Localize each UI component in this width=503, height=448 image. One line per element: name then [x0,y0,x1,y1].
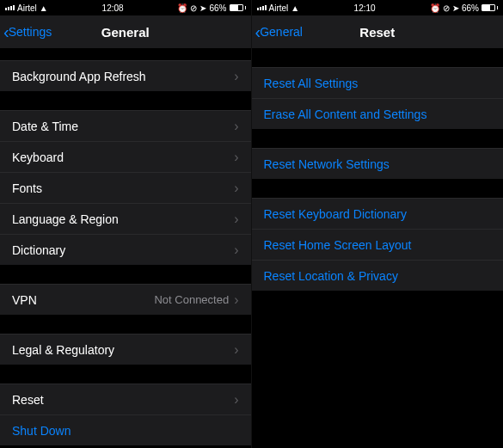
row-background-app-refresh[interactable]: Background App Refresh › [0,60,251,91]
row-reset-all-settings[interactable]: Reset All Settings [252,67,504,98]
signal-icon [5,5,15,10]
screen-general: Airtel ▲ 12:08 ⏰ ⊘ ➤ 66% ‹ Settings Gene… [0,0,252,448]
row-shut-down[interactable]: Shut Down [0,414,251,445]
rotation-lock-icon: ⊘ [443,3,450,13]
status-time: 12:08 [102,3,124,13]
chevron-right-icon: › [234,242,238,258]
status-bar: Airtel ▲ 12:08 ⏰ ⊘ ➤ 66% [0,0,251,15]
row-label: Background App Refresh [12,70,234,83]
battery-icon [230,4,246,11]
row-label: Shut Down [12,424,239,438]
row-label: Language & Region [12,212,234,226]
row-label: Reset Keyboard Dictionary [264,207,492,221]
nav-bar: ‹ General Reset [252,15,504,48]
row-label: Legal & Regulatory [12,343,234,357]
chevron-right-icon: › [234,342,238,358]
row-language-region[interactable]: Language & Region › [0,203,251,234]
row-label: Date & Time [12,120,234,133]
signal-icon [257,5,267,10]
chevron-right-icon: › [234,119,238,134]
chevron-right-icon: › [234,69,238,84]
row-label: Erase All Content and Settings [264,107,492,121]
settings-list: Background App Refresh › Date & Time › K… [0,48,251,448]
back-button[interactable]: ‹ Settings [0,23,52,40]
alarm-icon: ⏰ [177,3,187,13]
back-button[interactable]: ‹ General [252,23,303,40]
rotation-lock-icon: ⊘ [190,3,197,13]
back-label: General [260,25,303,39]
reset-list: Reset All Settings Erase All Content and… [252,48,504,448]
row-label: Keyboard [12,150,234,164]
battery-text: 66% [462,3,479,13]
row-label: Dictionary [12,243,234,257]
chevron-right-icon: › [234,392,238,408]
back-label: Settings [9,25,52,39]
carrier-label: Airtel [269,3,289,13]
row-reset-keyboard-dictionary[interactable]: Reset Keyboard Dictionary [252,198,504,229]
carrier-label: Airtel [17,3,37,13]
row-reset[interactable]: Reset › [0,384,251,414]
row-keyboard[interactable]: Keyboard › [0,141,251,172]
row-date-time[interactable]: Date & Time › [0,110,251,141]
battery-icon [482,4,498,11]
chevron-right-icon: › [234,292,238,308]
location-icon: ➤ [452,3,459,13]
row-legal-regulatory[interactable]: Legal & Regulatory › [0,334,251,365]
row-dictionary[interactable]: Dictionary › [0,234,251,265]
row-label: Reset Network Settings [264,157,492,171]
chevron-right-icon: › [234,212,238,227]
row-value: Not Connected [154,293,229,306]
row-reset-home-screen[interactable]: Reset Home Screen Layout [252,229,504,260]
row-label: Reset All Settings [264,77,492,90]
row-fonts[interactable]: Fonts › [0,172,251,203]
status-bar: Airtel ▲ 12:10 ⏰ ⊘ ➤ 66% [252,0,504,15]
row-label: Reset Location & Privacy [264,269,492,283]
row-label: Fonts [12,181,234,195]
row-label: Reset Home Screen Layout [264,238,492,252]
row-reset-network-settings[interactable]: Reset Network Settings [252,148,504,179]
row-label: VPN [12,293,154,307]
screen-reset: Airtel ▲ 12:10 ⏰ ⊘ ➤ 66% ‹ General Reset… [252,0,504,448]
chevron-right-icon: › [234,181,238,196]
row-reset-location-privacy[interactable]: Reset Location & Privacy [252,260,504,291]
alarm-icon: ⏰ [430,3,440,13]
row-label: Reset [12,393,234,407]
battery-text: 66% [209,3,226,13]
status-time: 12:10 [354,3,376,13]
nav-bar: ‹ Settings General [0,15,251,48]
location-icon: ➤ [199,3,206,13]
wifi-icon: ▲ [291,3,299,13]
chevron-right-icon: › [234,150,238,165]
wifi-icon: ▲ [40,3,48,13]
row-erase-all-content[interactable]: Erase All Content and Settings [252,98,504,129]
row-vpn[interactable]: VPN Not Connected › [0,284,251,315]
